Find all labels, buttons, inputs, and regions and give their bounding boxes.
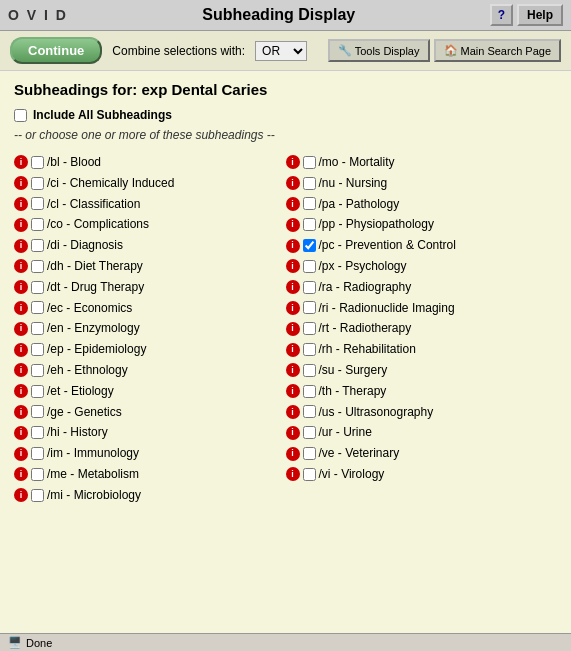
include-all-checkbox[interactable] — [14, 109, 27, 122]
info-icon[interactable]: i — [286, 467, 300, 481]
subheading-label: /us - Ultrasonography — [319, 404, 434, 421]
list-item: i /us - Ultrasonography — [286, 402, 558, 423]
info-icon[interactable]: i — [286, 405, 300, 419]
subheading-checkbox[interactable] — [303, 218, 316, 231]
info-icon[interactable]: i — [286, 176, 300, 190]
info-icon[interactable]: i — [286, 322, 300, 336]
subheading-checkbox[interactable] — [31, 385, 44, 398]
list-item: i /mo - Mortality — [286, 152, 558, 173]
info-icon[interactable]: i — [286, 343, 300, 357]
subheading-checkbox[interactable] — [31, 405, 44, 418]
subheading-checkbox[interactable] — [303, 447, 316, 460]
subheading-checkbox[interactable] — [303, 197, 316, 210]
subheading-checkbox[interactable] — [31, 322, 44, 335]
info-icon[interactable]: i — [14, 239, 28, 253]
info-icon[interactable]: i — [14, 280, 28, 294]
info-icon[interactable]: i — [14, 405, 28, 419]
info-icon[interactable]: i — [286, 447, 300, 461]
subheading-checkbox[interactable] — [31, 177, 44, 190]
info-icon[interactable]: i — [286, 301, 300, 315]
subheading-checkbox[interactable] — [31, 468, 44, 481]
list-item: i /pp - Physiopathology — [286, 214, 558, 235]
help-button[interactable]: Help — [517, 4, 563, 26]
subheading-label: /su - Surgery — [319, 362, 388, 379]
subheading-checkbox[interactable] — [303, 426, 316, 439]
subheading-checkbox[interactable] — [31, 218, 44, 231]
info-icon[interactable]: i — [14, 467, 28, 481]
subheading-checkbox[interactable] — [31, 489, 44, 502]
info-icon[interactable]: i — [14, 197, 28, 211]
info-icon[interactable]: i — [14, 384, 28, 398]
subheading-label: /rh - Rehabilitation — [319, 341, 416, 358]
info-icon[interactable]: i — [14, 322, 28, 336]
info-icon[interactable]: i — [286, 384, 300, 398]
info-icon[interactable]: i — [14, 176, 28, 190]
list-item: i /nu - Nursing — [286, 173, 558, 194]
subheading-label: /th - Therapy — [319, 383, 387, 400]
status-bar: 🖥️ Done — [0, 633, 571, 651]
toolbar: Continue Combine selections with: OR AND… — [0, 31, 571, 71]
info-icon[interactable]: i — [286, 197, 300, 211]
subheading-checkbox[interactable] — [31, 239, 44, 252]
subheading-label: /mi - Microbiology — [47, 487, 141, 504]
left-column: i /bl - Blood i /ci - Chemically Induced… — [14, 152, 286, 506]
subheading-checkbox[interactable] — [31, 260, 44, 273]
subheading-checkbox[interactable] — [303, 177, 316, 190]
info-icon[interactable]: i — [14, 155, 28, 169]
info-icon[interactable]: i — [14, 488, 28, 502]
subheading-checkbox[interactable] — [303, 239, 316, 252]
list-item: i /me - Metabolism — [14, 464, 286, 485]
subheading-checkbox[interactable] — [31, 426, 44, 439]
combine-label: Combine selections with: — [112, 44, 245, 58]
info-icon[interactable]: i — [14, 447, 28, 461]
info-icon[interactable]: i — [286, 155, 300, 169]
info-icon[interactable]: i — [286, 259, 300, 273]
subheading-label: /hi - History — [47, 424, 108, 441]
subheading-checkbox[interactable] — [303, 468, 316, 481]
tools-display-button[interactable]: 🔧 Tools Display — [328, 39, 430, 62]
subheading-checkbox[interactable] — [31, 447, 44, 460]
subheading-checkbox[interactable] — [303, 405, 316, 418]
subheading-label: /nu - Nursing — [319, 175, 388, 192]
subheading-checkbox[interactable] — [303, 385, 316, 398]
subheading-checkbox[interactable] — [303, 322, 316, 335]
list-item: i /su - Surgery — [286, 360, 558, 381]
subheading-label: /mo - Mortality — [319, 154, 395, 171]
info-icon[interactable]: i — [14, 426, 28, 440]
info-icon[interactable]: i — [14, 363, 28, 377]
subheading-checkbox[interactable] — [303, 281, 316, 294]
subheading-checkbox[interactable] — [31, 156, 44, 169]
subheading-checkbox[interactable] — [303, 301, 316, 314]
subheading-label: /me - Metabolism — [47, 466, 139, 483]
home-icon: 🏠 — [444, 44, 458, 57]
subheading-label: /cl - Classification — [47, 196, 140, 213]
info-icon[interactable]: i — [286, 218, 300, 232]
subheading-checkbox[interactable] — [31, 364, 44, 377]
info-icon[interactable]: i — [14, 259, 28, 273]
subheading-checkbox[interactable] — [303, 156, 316, 169]
subheading-checkbox[interactable] — [303, 260, 316, 273]
info-icon[interactable]: i — [286, 426, 300, 440]
subheading-checkbox[interactable] — [303, 343, 316, 356]
subheading-label: /pc - Prevention & Control — [319, 237, 456, 254]
continue-button[interactable]: Continue — [10, 37, 102, 64]
list-item: i /co - Complications — [14, 214, 286, 235]
info-icon[interactable]: i — [286, 280, 300, 294]
list-item: i /ve - Veterinary — [286, 443, 558, 464]
subheading-checkbox[interactable] — [31, 343, 44, 356]
info-icon[interactable]: i — [14, 218, 28, 232]
info-icon[interactable]: i — [14, 343, 28, 357]
subheading-checkbox[interactable] — [31, 281, 44, 294]
info-icon[interactable]: i — [286, 363, 300, 377]
list-item: i /ra - Radiography — [286, 277, 558, 298]
subheading-checkbox[interactable] — [303, 364, 316, 377]
main-search-button[interactable]: 🏠 Main Search Page — [434, 39, 562, 62]
list-item: i /pa - Pathology — [286, 194, 558, 215]
question-button[interactable]: ? — [490, 4, 513, 26]
title-bar-buttons: ? Help — [490, 4, 563, 26]
subheading-checkbox[interactable] — [31, 197, 44, 210]
info-icon[interactable]: i — [286, 239, 300, 253]
info-icon[interactable]: i — [14, 301, 28, 315]
subheading-checkbox[interactable] — [31, 301, 44, 314]
combine-select[interactable]: OR AND — [255, 41, 307, 61]
